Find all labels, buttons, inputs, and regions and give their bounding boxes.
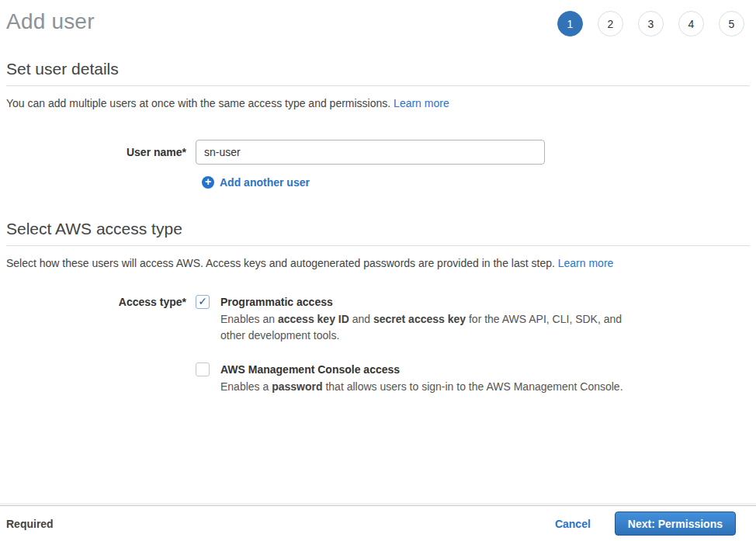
page-title: Add user <box>6 9 95 34</box>
section-heading-user-details: Set user details <box>6 60 750 86</box>
access-type-description-text: Select how these users will access AWS. … <box>6 257 558 269</box>
console-access-checkbox[interactable] <box>196 362 210 376</box>
console-access-option: AWS Management Console access Enables a … <box>196 362 750 395</box>
programmatic-access-checkbox[interactable]: ✓ <box>196 295 210 309</box>
step-4-indicator: 4 <box>678 11 704 36</box>
cancel-button[interactable]: Cancel <box>555 518 591 530</box>
required-label: Required <box>6 518 54 530</box>
access-type-label: Access type* <box>6 294 196 308</box>
checkmark-icon: ✓ <box>198 296 207 307</box>
console-access-description: Enables a password that allows users to … <box>220 379 623 395</box>
programmatic-access-option: ✓ Programmatic access Enables an access … <box>196 294 750 344</box>
page-header: Add user 1 2 3 4 5 <box>0 0 756 36</box>
programmatic-access-description: Enables an access key ID and secret acce… <box>220 311 630 344</box>
learn-more-link-user-details[interactable]: Learn more <box>394 97 449 109</box>
learn-more-link-access-type[interactable]: Learn more <box>558 257 614 269</box>
section-heading-access-type: Select AWS access type <box>6 220 750 246</box>
user-name-input[interactable] <box>196 140 545 165</box>
user-details-description-text: You can add multiple users at once with … <box>6 97 394 109</box>
user-name-label: User name* <box>6 140 196 158</box>
step-5-indicator: 5 <box>719 11 744 36</box>
step-1-indicator: 1 <box>557 11 583 36</box>
step-2-indicator: 2 <box>598 11 623 36</box>
wizard-footer: Required Cancel Next: Permissions <box>0 505 756 541</box>
user-details-description: You can add multiple users at once with … <box>6 95 750 111</box>
step-3-indicator: 3 <box>638 11 664 36</box>
next-permissions-button[interactable]: Next: Permissions <box>615 512 736 536</box>
add-another-user-label: Add another user <box>220 176 310 189</box>
console-access-title: AWS Management Console access <box>220 362 623 377</box>
plus-circle-icon: + <box>202 176 214 189</box>
programmatic-access-title: Programmatic access <box>220 294 630 310</box>
add-another-user-button[interactable]: + Add another user <box>202 176 750 189</box>
access-type-description: Select how these users will access AWS. … <box>6 255 750 271</box>
wizard-step-indicator: 1 2 3 4 5 <box>557 8 744 36</box>
